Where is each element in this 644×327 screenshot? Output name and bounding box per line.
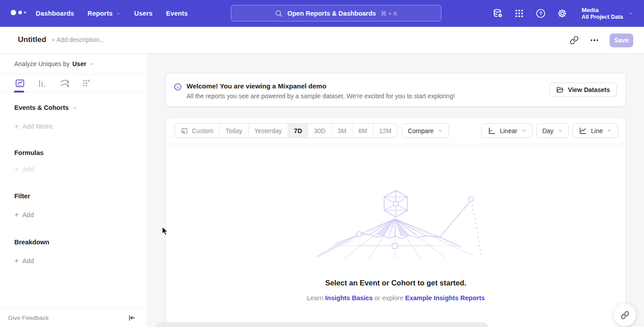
add-filter-button[interactable]: + Add: [0, 211, 147, 218]
analyze-label: Analyze Uniques by: [14, 60, 70, 67]
chevron-down-icon: [628, 11, 633, 16]
share-link-fab[interactable]: [614, 304, 636, 326]
project-name: Media: [582, 6, 623, 14]
chevron-down-icon: [116, 11, 121, 16]
nav-events-label: Events: [166, 10, 188, 17]
formulas-section-title: Formulas: [0, 149, 147, 156]
query-sidebar: Analyze Uniques by User Events & Cohorts…: [0, 54, 148, 327]
insights-basics-link[interactable]: Insights Basics: [325, 294, 373, 302]
chevron-down-icon: [89, 62, 94, 67]
primary-nav: Dashboards Reports Users Events: [36, 0, 188, 27]
add-formula-button: + Add: [0, 166, 147, 173]
breakdown-section-title: Breakdown: [0, 239, 147, 246]
mixpanel-logo-icon[interactable]: [11, 10, 26, 15]
nav-dashboards[interactable]: Dashboards: [36, 10, 74, 17]
empty-state-illustration: [309, 189, 483, 259]
filter-section-title: Filter: [0, 193, 147, 200]
copy-link-icon[interactable]: [569, 35, 579, 45]
welcome-banner: Welcome! You are viewing a Mixpanel demo…: [165, 73, 626, 107]
nav-dashboards-label: Dashboards: [36, 10, 74, 17]
chart-type-selector[interactable]: Line: [572, 123, 618, 138]
save-button[interactable]: Save: [610, 34, 633, 47]
visualization-tabs: [0, 74, 147, 93]
data-management-icon[interactable]: [492, 8, 503, 19]
give-feedback-link[interactable]: Give Feedback: [8, 314, 49, 321]
insights-report-card: Custom Today Yesterday 7D 30D 3M 6M 12M …: [165, 117, 626, 327]
selected-tab-indicator: [14, 91, 24, 92]
apps-grid-icon[interactable]: [514, 8, 525, 19]
chevron-down-icon: [558, 128, 563, 133]
chart-controls: Custom Today Yesterday 7D 30D 3M 6M 12M …: [166, 117, 626, 144]
view-datasets-label: View Datasets: [568, 86, 610, 93]
sidebar-footer: Give Feedback: [0, 308, 147, 327]
settings-gear-icon[interactable]: [557, 8, 568, 19]
nav-reports[interactable]: Reports: [88, 10, 121, 17]
line-chart-icon: [579, 126, 587, 135]
info-icon: [174, 83, 182, 91]
range-3m[interactable]: 3M: [331, 124, 352, 138]
chevron-down-icon: [438, 128, 443, 133]
tab-insights-chart-icon[interactable]: [14, 78, 25, 89]
empty-state-subtitle: Learn Insights Basics or explore Example…: [307, 294, 485, 302]
chart-display-controls: Linear Day Line: [481, 123, 618, 138]
add-metric-label: Add Metric: [22, 123, 53, 130]
search-shortcut: ⌘ + K: [381, 10, 398, 17]
empty-state: Select an Event or Cohort to get started…: [166, 145, 626, 302]
add-breakdown-label: Add: [22, 257, 34, 264]
nav-users[interactable]: Users: [134, 10, 153, 17]
add-filter-label: Add: [22, 211, 34, 218]
link-icon: [621, 311, 629, 319]
compare-button[interactable]: Compare: [402, 123, 449, 138]
scale-selector[interactable]: Linear: [481, 123, 533, 138]
nav-reports-label: Reports: [88, 10, 113, 17]
range-30d[interactable]: 30D: [308, 124, 331, 138]
tab-bar-chart-icon[interactable]: [37, 78, 47, 89]
search-label: Open Reports & Dashboards: [287, 10, 376, 17]
view-datasets-button[interactable]: View Datasets: [549, 83, 617, 97]
date-range-picker: Custom Today Yesterday 7D 30D 3M 6M 12M: [174, 123, 398, 138]
range-yesterday[interactable]: Yesterday: [248, 124, 288, 138]
search-icon: [275, 9, 283, 17]
more-options-icon[interactable]: [589, 38, 600, 43]
empty-state-title: Select an Event or Cohort to get started…: [325, 279, 466, 287]
report-header: Untitled + Add description... Save: [0, 27, 644, 54]
folder-icon: [556, 86, 564, 94]
add-formula-label: Add: [22, 166, 34, 173]
banner-body: All the reports you see are powered by a…: [186, 92, 455, 100]
range-7d[interactable]: 7D: [288, 124, 308, 138]
interval-selector[interactable]: Day: [536, 123, 569, 138]
bottom-panel-edge[interactable]: [156, 323, 488, 327]
range-6m[interactable]: 6M: [352, 124, 373, 138]
main-canvas: Welcome! You are viewing a Mixpanel demo…: [148, 54, 644, 327]
project-switcher[interactable]: Media All Project Data: [582, 6, 633, 21]
collapse-sidebar-icon[interactable]: [128, 314, 136, 322]
linear-axis-icon: [487, 126, 496, 135]
example-insights-reports-link[interactable]: Example Insights Reports: [405, 294, 485, 302]
analyze-value: User: [72, 60, 86, 67]
help-icon[interactable]: ?: [535, 8, 546, 19]
range-12m[interactable]: 12M: [373, 124, 397, 138]
tab-flows-icon[interactable]: [59, 78, 70, 89]
report-description-placeholder[interactable]: + Add description...: [51, 36, 105, 43]
banner-title: Welcome! You are viewing a Mixpanel demo: [186, 82, 326, 90]
nav-users-label: Users: [134, 10, 153, 17]
tab-retention-icon[interactable]: [81, 78, 92, 89]
chevron-down-icon: [607, 128, 612, 133]
report-title[interactable]: Untitled: [18, 35, 46, 44]
plus-icon: +: [14, 258, 19, 264]
events-cohorts-section[interactable]: Events & Cohorts: [0, 104, 147, 111]
project-scope: All Project Data: [582, 14, 623, 21]
chevron-down-icon: [72, 105, 77, 110]
plus-icon: +: [14, 123, 19, 130]
nav-events[interactable]: Events: [166, 10, 188, 17]
navbar-right: ? Media All Project Data: [492, 0, 633, 27]
events-cohorts-title: Events & Cohorts: [14, 104, 69, 111]
range-custom[interactable]: Custom: [175, 124, 219, 138]
plus-icon: +: [14, 212, 19, 218]
analyze-value-dropdown[interactable]: User: [72, 60, 94, 67]
range-today[interactable]: Today: [219, 124, 248, 138]
chevron-down-icon: [521, 128, 526, 133]
add-breakdown-button[interactable]: + Add: [0, 257, 147, 264]
global-search[interactable]: Open Reports & Dashboards ⌘ + K: [231, 5, 441, 21]
add-metric-button[interactable]: + Add Metric: [0, 123, 147, 130]
